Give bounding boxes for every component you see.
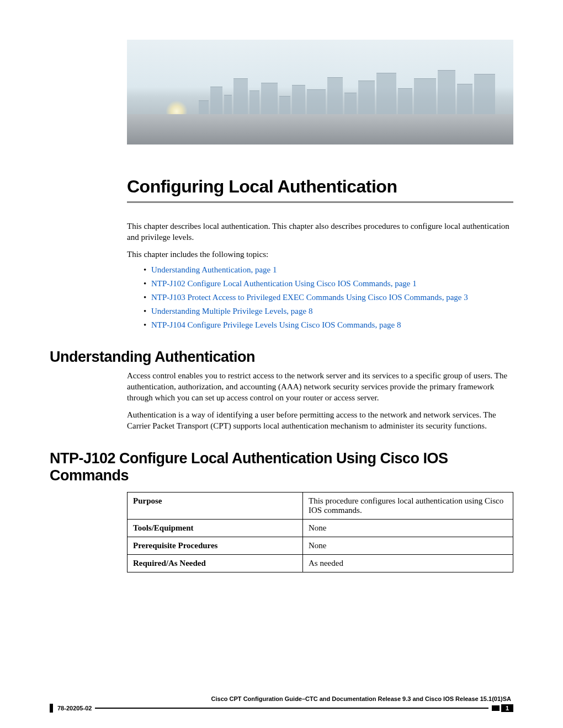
footer-mark-right <box>492 705 500 711</box>
toc-item: Understanding Authentication, page 1 <box>144 265 513 275</box>
chapter-rule <box>127 201 513 203</box>
footer-rule <box>95 708 488 709</box>
body-paragraph: Authentication is a way of identifying a… <box>127 409 513 432</box>
toc-link[interactable]: NTP-J104 Configure Privilege Levels Usin… <box>151 320 401 329</box>
table-key: Tools/Equipment <box>128 520 303 537</box>
table-value: None <box>303 537 513 555</box>
toc-link[interactable]: Understanding Authentication, page 1 <box>151 265 277 274</box>
procedure-table: Purpose This procedure configures local … <box>127 492 513 572</box>
table-value: None <box>303 520 513 537</box>
footer-mark-left <box>50 704 53 713</box>
table-row: Prerequisite Procedures None <box>128 537 513 555</box>
page-footer: Cisco CPT Configuration Guide–CTC and Do… <box>50 695 513 713</box>
hero-image <box>127 40 513 144</box>
toc-link[interactable]: NTP-J103 Protect Access to Privileged EX… <box>151 293 468 302</box>
table-row: Purpose This procedure configures local … <box>128 493 513 520</box>
table-value: This procedure configures local authenti… <box>303 493 513 520</box>
toc-link[interactable]: Understanding Multiple Privilege Levels,… <box>151 307 312 315</box>
table-of-contents: Understanding Authentication, page 1 NTP… <box>144 265 513 330</box>
table-key: Purpose <box>128 493 303 520</box>
toc-link[interactable]: NTP-J102 Configure Local Authentication … <box>151 279 417 288</box>
toc-item: NTP-J102 Configure Local Authentication … <box>144 279 513 288</box>
chapter-title: Configuring Local Authentication <box>127 176 513 197</box>
intro-paragraph: This chapter includes the following topi… <box>127 249 513 260</box>
table-value: As needed <box>303 555 513 572</box>
body-paragraph: Access control enables you to restrict a… <box>127 370 513 404</box>
section-heading-ntp-j102: NTP-J102 Configure Local Authentication … <box>50 450 513 484</box>
toc-item: NTP-J104 Configure Privilege Levels Usin… <box>144 320 513 330</box>
footer-doc-number: 78-20205-02 <box>57 705 92 711</box>
section-heading-understanding: Understanding Authentication <box>50 349 513 366</box>
table-key: Prerequisite Procedures <box>128 537 303 555</box>
footer-page-number: 1 <box>501 704 513 712</box>
table-row: Tools/Equipment None <box>128 520 513 537</box>
table-key: Required/As Needed <box>128 555 303 572</box>
footer-guide-title: Cisco CPT Configuration Guide–CTC and Do… <box>50 695 513 702</box>
toc-item: Understanding Multiple Privilege Levels,… <box>144 307 513 316</box>
intro-paragraph: This chapter describes local authenticat… <box>127 221 513 243</box>
toc-item: NTP-J103 Protect Access to Privileged EX… <box>144 293 513 302</box>
table-row: Required/As Needed As needed <box>128 555 513 572</box>
